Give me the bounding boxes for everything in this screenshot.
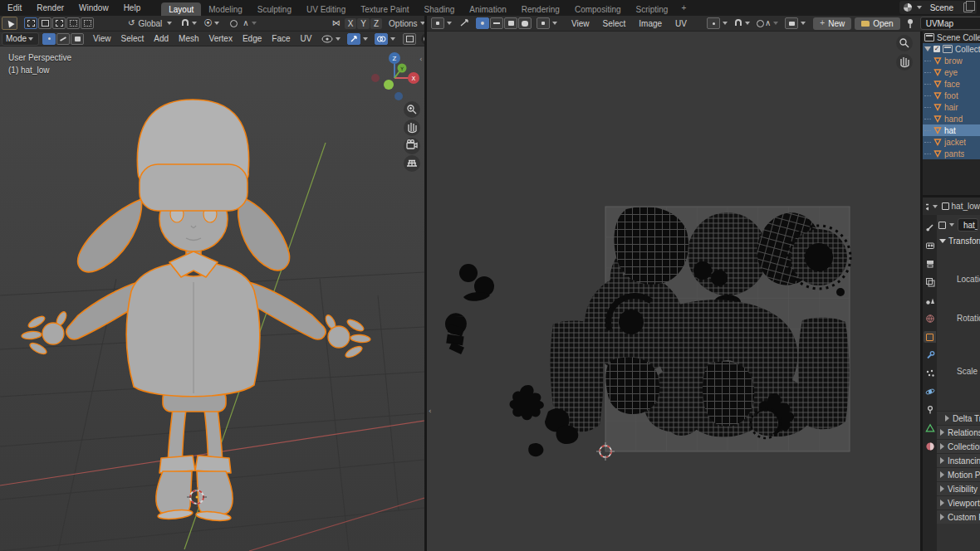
- outliner-item[interactable]: brow: [923, 55, 980, 66]
- outliner-item[interactable]: hair: [923, 101, 980, 113]
- overlays-dropdown[interactable]: [375, 33, 397, 45]
- object-name-field[interactable]: hat_low: [958, 218, 978, 232]
- pin-icon[interactable]: [905, 18, 915, 29]
- workspace-tab[interactable]: Sculpting: [250, 2, 299, 16]
- properties-panel-header[interactable]: Motion Paths: [937, 467, 980, 481]
- uv-tool-icon[interactable]: [459, 18, 470, 28]
- uv-pan-hand-button[interactable]: [896, 54, 913, 71]
- outliner-collection-row[interactable]: Collection: [923, 43, 980, 55]
- zoom-button[interactable]: [404, 101, 420, 118]
- snap-target-dropdown[interactable]: ⦿: [203, 19, 221, 27]
- topbar-menu[interactable]: Render: [29, 0, 71, 16]
- face-select-icon[interactable]: [71, 33, 84, 45]
- axis-ball-neg-x[interactable]: [371, 74, 380, 82]
- pan-hand-button[interactable]: [404, 119, 420, 136]
- tab-world[interactable]: [924, 313, 936, 324]
- workspace-tab[interactable]: Modeling: [201, 2, 250, 16]
- uv-select-vertex-icon[interactable]: [476, 17, 489, 29]
- outliner-root-row[interactable]: Scene Collection: [923, 32, 980, 43]
- navigation-gizmo[interactable]: Z X Y: [371, 52, 419, 100]
- viewport-menu[interactable]: Mesh: [174, 34, 203, 43]
- tab-scene[interactable]: [924, 295, 936, 306]
- uv-select-island-icon[interactable]: [518, 17, 532, 29]
- pivot-dropdown[interactable]: [707, 17, 729, 29]
- tab-material[interactable]: [924, 441, 936, 452]
- snap-toggle[interactable]: [181, 19, 198, 27]
- tab-object[interactable]: [924, 331, 936, 343]
- workspace-tab[interactable]: Animation: [462, 2, 513, 16]
- vertex-select-icon[interactable]: [42, 33, 56, 45]
- proportional-falloff-dropdown[interactable]: ∧: [243, 19, 257, 27]
- viewport-menu[interactable]: Face: [267, 34, 295, 43]
- tab-object-data[interactable]: [924, 422, 936, 434]
- active-tool-button[interactable]: [2, 17, 17, 30]
- collection-checkbox[interactable]: [933, 46, 940, 52]
- open-image-button[interactable]: Open: [855, 17, 899, 30]
- uv-select-face-icon[interactable]: [504, 17, 517, 29]
- properties-panel-header[interactable]: Collections: [937, 439, 980, 453]
- viewport-3d[interactable]: User Perspective (1) hat_low: [0, 46, 424, 551]
- viewport-menu[interactable]: UV: [296, 34, 317, 43]
- outliner-item[interactable]: face: [923, 78, 980, 90]
- axis-ball-neg-z[interactable]: [394, 92, 403, 100]
- workspace-tab[interactable]: Rendering: [514, 2, 567, 16]
- image-select-dropdown[interactable]: [785, 17, 807, 29]
- gizmos-dropdown[interactable]: [347, 33, 370, 45]
- sidebar-collapse-arrow[interactable]: ‹: [419, 55, 423, 63]
- tab-modifiers[interactable]: [924, 349, 936, 361]
- scene-selector[interactable]: Scene: [899, 1, 977, 14]
- select-mode-subtract-icon[interactable]: [52, 17, 66, 29]
- viewport-menu[interactable]: View: [88, 34, 116, 43]
- options-dropdown[interactable]: Options: [389, 19, 426, 28]
- viewport-menu[interactable]: Vertex: [204, 34, 238, 43]
- topbar-menu[interactable]: Help: [116, 0, 149, 16]
- uv-menu[interactable]: Image: [632, 19, 669, 28]
- filter-icon[interactable]: [924, 46, 931, 51]
- uv-menu[interactable]: View: [565, 19, 596, 28]
- tab-physics[interactable]: [924, 386, 936, 397]
- uv-menu[interactable]: UV: [669, 19, 693, 28]
- workspace-tab[interactable]: Shading: [417, 2, 463, 16]
- workspace-tab[interactable]: UV Editing: [299, 2, 353, 16]
- uv-zoom-button[interactable]: [896, 35, 913, 51]
- outliner-item[interactable]: jacket: [923, 136, 980, 148]
- tab-output[interactable]: [924, 258, 936, 270]
- xray-toggle[interactable]: [403, 33, 416, 45]
- sticky-select-dropdown[interactable]: [537, 17, 559, 29]
- tab-tool[interactable]: [924, 222, 936, 233]
- select-mode-extend-icon[interactable]: [38, 17, 51, 29]
- uv-proportional-toggle[interactable]: ∧: [757, 19, 780, 27]
- show-gizmo-dropdown[interactable]: [321, 35, 342, 43]
- outliner-item[interactable]: pants: [923, 148, 980, 159]
- properties-panel-header[interactable]: Instancing: [937, 453, 980, 467]
- outliner-item[interactable]: hat: [923, 124, 980, 136]
- transform-panel-header[interactable]: Transform: [937, 234, 980, 248]
- outliner-item[interactable]: eye: [923, 66, 980, 78]
- properties-editor-icon[interactable]: [924, 202, 929, 212]
- new-scene-icon[interactable]: [963, 2, 973, 12]
- proportional-edit-toggle[interactable]: [230, 20, 238, 27]
- select-mode-intersect-icon[interactable]: [81, 17, 94, 29]
- select-mode-new-icon[interactable]: [24, 17, 37, 29]
- topbar-menu[interactable]: Window: [71, 0, 116, 16]
- viewport-menu[interactable]: Edge: [238, 34, 267, 43]
- editor-type-dropdown[interactable]: [431, 17, 453, 29]
- workspace-tab[interactable]: Layout: [161, 2, 201, 16]
- properties-panel-header[interactable]: Delta Transform: [937, 411, 980, 425]
- select-mode-invert-icon[interactable]: [66, 17, 80, 29]
- uv-snap-toggle[interactable]: [734, 19, 752, 27]
- mirror-axis-button[interactable]: Z: [370, 18, 382, 29]
- mirror-axis-button[interactable]: Y: [357, 18, 370, 29]
- axis-ball-neg-y[interactable]: [384, 80, 394, 90]
- properties-panel-header[interactable]: Visibility: [937, 481, 980, 495]
- edge-select-icon[interactable]: [56, 33, 70, 45]
- tab-constraints[interactable]: [924, 404, 936, 416]
- add-workspace-button[interactable]: +: [675, 1, 692, 15]
- workspace-tab[interactable]: Texture Paint: [353, 2, 416, 16]
- uv-sidebar-collapse-arrow[interactable]: ‹: [429, 407, 432, 415]
- new-image-button[interactable]: + New: [813, 17, 851, 30]
- tab-view-layer[interactable]: [924, 276, 936, 288]
- mirror-axis-button[interactable]: X: [345, 18, 357, 29]
- viewport-menu[interactable]: Select: [116, 34, 149, 43]
- mode-dropdown[interactable]: Mode: [2, 32, 39, 46]
